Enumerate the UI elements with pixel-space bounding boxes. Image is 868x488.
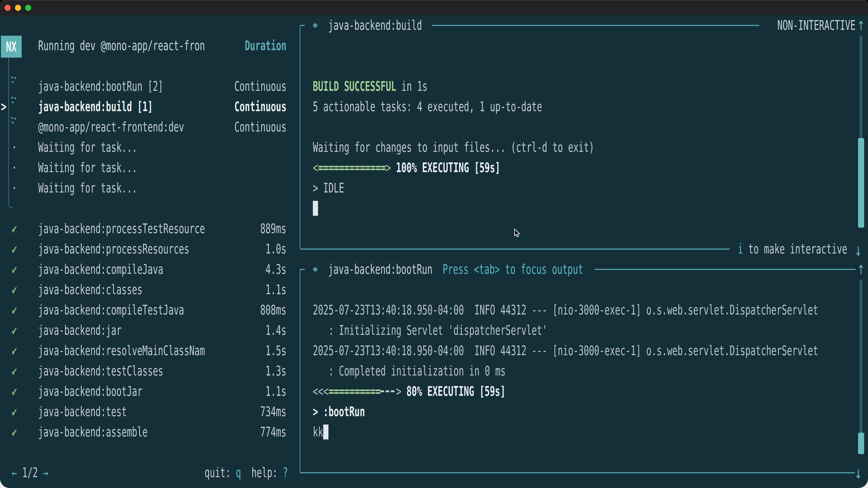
task-name[interactable]: java-backend:build [1] [38,99,153,115]
task-name[interactable]: @mono-app/react-frontend:dev [38,119,184,135]
task-name[interactable]: java-backend:compileTestJava [38,302,184,318]
bootrun-pane-title[interactable]: java-backend:bootRun [328,261,432,277]
log-line: 2025-07-23T13:40:18.950-04:00 INFO 44312… [313,343,818,359]
bootrun-progress-dashes: --- [380,383,396,399]
log-line: : Initializing Servlet 'dispatcherServle… [313,322,547,338]
shortcut-hints: quit: q help: ? [205,465,288,481]
task-name[interactable]: java-backend:resolveMainClassNam [38,343,205,359]
build-scrollbar-thumb[interactable] [858,138,864,228]
task-status: 1.3s [266,363,286,379]
build-pane-mode-label: NON-INTERACTIVE [777,18,856,33]
bootrun-terminal-cursor [323,424,329,440]
build-status-line: BUILD SUCCESSFUL in 1s [313,78,428,94]
task-status: 1.0s [266,241,286,257]
task-spinner-icon [11,117,17,124]
quit-label: quit: [205,465,236,480]
task-check-icon: ✔ [12,261,17,277]
task-spinner-icon [11,76,17,83]
interactive-hint-line: i to make interactive [738,241,847,257]
build-progress-open-icon: < [313,160,318,175]
build-pane-title[interactable]: java-backend:build [328,18,422,33]
bootrun-pane-corner-top-left [300,269,305,274]
help-key[interactable]: ? [283,465,288,480]
task-name[interactable]: Waiting for task... [38,180,137,196]
build-pane-border-left [300,27,301,248]
task-waiting-dot-icon: · [12,139,17,155]
sidebar-header-title: Running dev @mono-app/react-fron [38,38,205,54]
task-name[interactable]: java-backend:testClasses [38,363,163,379]
task-spinner-icon [11,97,17,103]
bootrun-progress-head-icon: <<< [313,383,329,399]
minimize-button[interactable] [15,5,21,11]
nx-logo: NX [1,36,22,58]
screen: NX Running dev @mono-app/react-fron Dura… [0,0,868,488]
task-name[interactable]: java-backend:bootJar [38,383,143,399]
quit-key[interactable]: q [236,465,241,480]
bootrun-pane-border-top [595,269,856,270]
build-scroll-down-icon[interactable] [856,246,861,256]
bootrun-progress-close-icon: > [396,383,401,399]
bootrun-input-text: kk [313,424,323,440]
task-status: 734ms [260,404,286,420]
selected-task-caret-icon: > [1,99,6,115]
task-name[interactable]: java-backend:classes [38,282,143,297]
task-name[interactable]: Waiting for task... [38,139,137,155]
task-name[interactable]: java-backend:assemble [38,424,148,440]
task-check-icon: ✔ [12,343,17,359]
build-scrollbar-track[interactable] [860,36,862,138]
task-status: 1.4s [266,322,286,338]
task-status: 4.3s [266,261,286,277]
build-status: BUILD SUCCESSFUL [313,78,396,94]
build-progress-fill: ============= [318,166,385,170]
build-pane-border-top [432,25,759,26]
pager-page: 1/2 [22,465,38,480]
bootrun-pane-bullet-icon [313,267,317,271]
mouse-cursor [514,229,521,238]
build-pane-bullet-icon [313,23,317,28]
task-status: 1.5s [266,343,286,359]
task-status: Continuous [235,119,286,135]
task-name[interactable]: Waiting for task... [38,160,137,175]
task-name[interactable]: java-backend:compileJava [38,261,163,277]
task-check-icon: ✔ [12,302,17,318]
zoom-button[interactable] [25,5,31,11]
task-name[interactable]: java-backend:test [38,404,127,420]
task-waiting-dot-icon: · [12,160,17,175]
interactive-key[interactable]: i [738,241,743,257]
task-name[interactable]: java-backend:bootRun [2] [38,78,163,94]
bootrun-scrollbar-thumb[interactable] [858,433,864,454]
pager-prev-icon[interactable]: ← [12,465,17,480]
window-titlebar[interactable] [0,0,868,15]
nx-logo-text: NX [6,39,17,55]
build-progress-label: 100% EXECUTING [59s] [391,160,500,175]
task-status: Continuous [235,78,286,94]
bootrun-scroll-up-icon[interactable] [858,264,864,274]
task-status: 889ms [260,221,286,236]
task-status: 1.1s [266,282,286,297]
bootrun-prompt-line: > :bootRun [313,404,365,420]
pager-sep [38,465,43,480]
task-status: 774ms [260,424,286,440]
interactive-hint: to make interactive [743,241,847,257]
help-label: help: [241,465,283,480]
pager-next-icon[interactable]: → [43,465,48,480]
task-waiting-dot-icon: · [12,180,17,196]
task-check-icon: ✔ [12,221,17,236]
bootrun-pane-border-bottom [304,472,855,473]
build-pane-corner-top-left [300,25,305,30]
build-waiting-line: Waiting for changes to input files... (c… [313,139,594,155]
task-name[interactable]: java-backend:jar [38,322,122,338]
bootrun-scroll-down-icon[interactable] [856,469,861,479]
build-terminal-cursor [313,201,318,216]
bootrun-progress-label: 80% EXECUTING [59s] [401,383,505,399]
pager-label [17,465,22,480]
task-status: Continuous [235,99,286,115]
bootrun-focus-hint: Press <tab> to focus output [442,261,583,277]
task-name[interactable]: java-backend:processTestResource [38,221,205,236]
build-status-suffix: in 1s [396,78,428,94]
close-button[interactable] [4,5,11,11]
task-name[interactable]: java-backend:processResources [38,241,189,257]
sidebar-header-duration: Duration [245,38,286,54]
bootrun-scrollbar-track[interactable] [860,280,862,433]
build-scroll-up-icon[interactable] [858,20,864,31]
